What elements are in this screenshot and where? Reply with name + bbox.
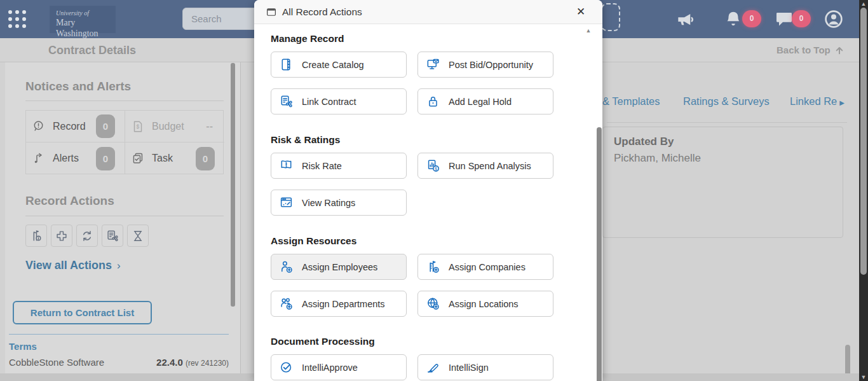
assign-companies-button[interactable]: Assign Companies (417, 254, 553, 280)
button-grid: Risk Rate $Run Spend Analysis View Ratin… (271, 153, 567, 216)
updated-by-value: Pickham, Michelle (614, 152, 701, 165)
notice-label: Record (53, 121, 96, 132)
chevron-right-icon: › (117, 260, 121, 272)
button-label: Post Bid/Opportunity (449, 60, 533, 70)
notice-label: Alerts (53, 153, 96, 164)
assign-employees-button[interactable]: Assign Employees (271, 254, 407, 280)
return-to-contract-list-button[interactable]: Return to Contract List (13, 301, 152, 324)
history-action-icon[interactable] (127, 225, 149, 247)
scroll-down-arrow-icon[interactable]: ▼ (859, 373, 868, 381)
link-contract-button[interactable]: Link Contract (271, 88, 407, 114)
modal-scrollbar-thumb[interactable] (597, 127, 602, 381)
intelliapprove-icon (279, 360, 294, 375)
risk-rate-icon (279, 158, 294, 173)
task-check-icon (131, 151, 145, 165)
divider (25, 100, 224, 101)
brand-name: CobbleStone Software (9, 357, 104, 368)
button-label: Assign Locations (449, 299, 519, 309)
tab-overflow-arrow-icon: ▶ (839, 99, 844, 106)
scroll-up-arrow-icon[interactable]: ▲ (859, 0, 868, 8)
risk-rate-button[interactable]: Risk Rate (271, 153, 407, 179)
assign-locations-button[interactable]: Assign Locations (417, 291, 553, 317)
legal-hold-icon (426, 94, 440, 109)
all-record-actions-modal: All Record Actions ✕ Manage Record Creat… (254, 0, 602, 381)
version-text: 22.4.0 (rev 241230) (156, 357, 229, 368)
notice-count-badge: 0 (96, 147, 115, 170)
notifications-bell-icon[interactable] (723, 9, 743, 29)
updated-by-card: Updated By Pickham, Michelle (602, 127, 843, 238)
svg-text:$: $ (435, 167, 437, 172)
button-label: IntelliApprove (302, 363, 358, 373)
add-legal-hold-button[interactable]: Add Legal Hold (417, 88, 553, 114)
close-icon[interactable]: ✕ (574, 6, 587, 18)
window-scrollbar-thumb[interactable] (860, 8, 867, 275)
window-scrollbar[interactable]: ▲ ▼ (859, 0, 868, 381)
tab-templates[interactable]: & Templates (602, 95, 660, 107)
terms-link[interactable]: Terms (9, 341, 37, 352)
section-manage-record: Manage Record Create Catalog Post Bid/Op… (271, 33, 567, 114)
notice-value: -- (206, 121, 213, 132)
button-label: Assign Companies (449, 262, 526, 272)
button-grid: IntelliApprove IntelliSign (271, 354, 567, 380)
section-risk-ratings: Risk & Ratings Risk Rate $Run Spend Anal… (271, 134, 567, 216)
divider (9, 334, 229, 335)
button-label: Risk Rate (302, 161, 342, 171)
announcements-icon[interactable] (675, 9, 695, 29)
button-label: View Ratings (302, 198, 355, 208)
back-to-top-link[interactable]: Back to Top (776, 45, 844, 55)
renew-action-icon[interactable] (76, 225, 98, 247)
notice-cell-alerts[interactable]: Alerts 0 (26, 142, 125, 174)
post-bid-opportunity-button[interactable]: Post Bid/Opportunity (417, 52, 553, 78)
intellisign-button[interactable]: IntelliSign (417, 354, 553, 380)
button-label: Create Catalog (302, 60, 364, 70)
modal-header: All Record Actions ✕ (254, 0, 602, 24)
modal-scroll-up-arrow-icon[interactable]: ▲ (584, 27, 593, 34)
view-ratings-button[interactable]: View Ratings (271, 190, 407, 216)
add-action-icon[interactable] (51, 225, 72, 247)
content-scrollbar-thumb[interactable] (845, 345, 850, 377)
view-all-actions-link[interactable]: View all Actions› (25, 259, 121, 272)
revision-number: (rev 241230) (186, 359, 229, 368)
spend-analysis-icon: $ (426, 158, 440, 173)
budget-doc-icon: $ (131, 120, 145, 134)
notice-cell-record[interactable]: Record 0 (26, 111, 125, 142)
button-label: IntelliSign (449, 363, 489, 373)
notice-cell-task[interactable]: Task 0 (125, 142, 224, 174)
footer-row: CobbleStone Software 22.4.0 (rev 241230) (9, 357, 229, 368)
university-logo: University of Mary Washington (50, 6, 116, 33)
record-actions-title: Record Actions (25, 194, 114, 208)
entity-info-action-icon[interactable] (25, 225, 47, 247)
view-all-label: View all Actions (25, 259, 112, 272)
notification-count-badge: 0 (742, 10, 761, 27)
intellisign-icon (426, 360, 440, 375)
page-title: Contract Details (48, 44, 136, 57)
tab-ratings-surveys[interactable]: Ratings & Surveys (683, 95, 770, 107)
button-label: Link Contract (302, 97, 356, 107)
logo-line2: Mary Washington (56, 17, 116, 39)
record-alert-icon (32, 120, 46, 134)
document-share-action-icon[interactable] (102, 225, 123, 247)
assign-departments-button[interactable]: Assign Departments (271, 291, 407, 317)
button-label: Run Spend Analysis (449, 161, 531, 171)
button-grid: Assign Employees Assign Companies Assign… (271, 254, 567, 317)
logo-line1: University of (56, 10, 116, 17)
app-grid-icon[interactable] (6, 8, 28, 30)
user-avatar[interactable] (824, 9, 844, 29)
notice-cell-budget[interactable]: $ Budget -- (125, 111, 224, 142)
modal-title: All Record Actions (282, 6, 362, 18)
tab-linked-records[interactable]: Linked Re▶ (790, 95, 844, 107)
sidebar-scrollbar-thumb[interactable] (231, 63, 235, 307)
divider (25, 216, 224, 216)
run-spend-analysis-button[interactable]: $Run Spend Analysis (417, 153, 553, 179)
notice-label: Budget (152, 121, 206, 132)
button-label: Assign Departments (302, 299, 385, 309)
create-catalog-button[interactable]: Create Catalog (271, 52, 407, 78)
section-title: Manage Record (271, 33, 567, 45)
notices-grid: Record 0 $ Budget -- Alerts 0 Task 0 (25, 110, 224, 174)
assign-companies-icon (426, 260, 440, 274)
intelliapprove-button[interactable]: IntelliApprove (271, 354, 407, 380)
tab-label: Linked Re (790, 95, 837, 107)
screen: University of Mary Washington 0 0 Contra… (0, 0, 868, 381)
updated-by-label: Updated By (614, 135, 674, 148)
section-document-processing: Document Processing IntelliApprove Intel… (271, 336, 567, 380)
